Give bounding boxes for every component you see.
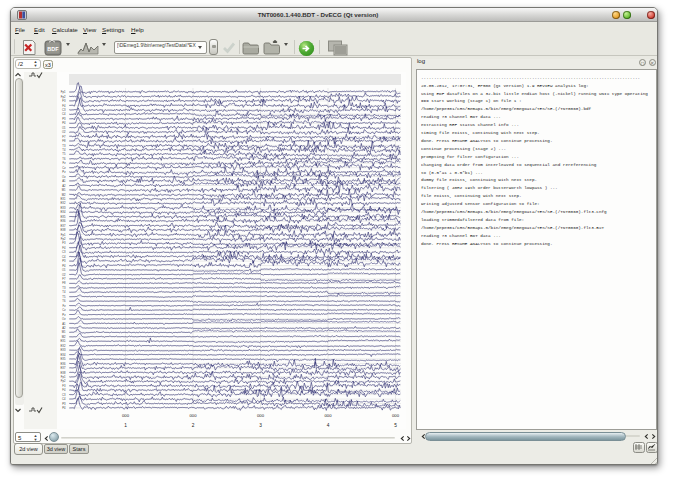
svg-text:EX6: EX6 xyxy=(60,219,66,223)
svg-text:A2: A2 xyxy=(62,326,66,330)
svg-text:T3: T3 xyxy=(62,144,66,148)
svg-text:000: 000 xyxy=(325,413,333,418)
svg-text:F3: F3 xyxy=(62,241,66,245)
svg-text:P4: P4 xyxy=(62,121,66,125)
svg-text:T6: T6 xyxy=(62,299,66,303)
svg-text:A1: A1 xyxy=(62,179,66,183)
svg-text:T5: T5 xyxy=(62,295,66,299)
svg-text:C4: C4 xyxy=(62,397,66,401)
svg-text:000: 000 xyxy=(190,413,198,418)
svg-text:EX7: EX7 xyxy=(60,224,66,228)
svg-text:P3: P3 xyxy=(62,117,66,121)
svg-text:T6: T6 xyxy=(62,157,66,161)
svg-text:2: 2 xyxy=(192,423,195,428)
svg-text:C3: C3 xyxy=(62,250,66,254)
svg-text:Fp1: Fp1 xyxy=(61,90,66,94)
svg-text:EX3: EX3 xyxy=(60,206,66,210)
svg-text:EX4: EX4 xyxy=(60,353,66,357)
svg-text:EX7: EX7 xyxy=(60,366,66,370)
svg-text:EX5: EX5 xyxy=(60,215,66,219)
svg-text:F4: F4 xyxy=(62,104,66,108)
svg-text:F3: F3 xyxy=(62,384,66,388)
svg-text:Fp2: Fp2 xyxy=(61,237,66,241)
svg-text:F3: F3 xyxy=(62,99,66,103)
svg-text:Fp2: Fp2 xyxy=(61,95,66,99)
svg-text:000: 000 xyxy=(392,413,400,418)
svg-text:Fp1: Fp1 xyxy=(61,375,66,379)
svg-text:F4: F4 xyxy=(62,246,66,250)
svg-text:5: 5 xyxy=(394,423,397,428)
svg-text:P3: P3 xyxy=(62,259,66,263)
svg-text:1: 1 xyxy=(124,423,127,428)
svg-text:4: 4 xyxy=(327,423,330,428)
svg-text:O1: O1 xyxy=(62,126,66,130)
svg-text:C3: C3 xyxy=(62,108,66,112)
svg-text:M1: M1 xyxy=(62,330,66,334)
svg-text:T5: T5 xyxy=(62,152,66,156)
svg-text:T4: T4 xyxy=(62,290,66,294)
svg-text:O1: O1 xyxy=(62,268,66,272)
svg-text:P4: P4 xyxy=(62,264,66,268)
svg-text:EX5: EX5 xyxy=(60,357,66,361)
svg-text:Fp2: Fp2 xyxy=(61,379,66,383)
svg-text:EX8: EX8 xyxy=(60,371,66,375)
svg-text:P4: P4 xyxy=(62,406,66,410)
svg-text:A1: A1 xyxy=(62,322,66,326)
svg-text:T4: T4 xyxy=(62,148,66,152)
svg-text:EX8: EX8 xyxy=(60,228,66,232)
svg-text:EX1: EX1 xyxy=(60,197,66,201)
svg-text:A2: A2 xyxy=(62,184,66,188)
svg-text:M1: M1 xyxy=(62,188,66,192)
svg-text:000: 000 xyxy=(122,413,130,418)
svg-text:F7: F7 xyxy=(62,277,66,281)
svg-text:C3: C3 xyxy=(62,393,66,397)
svg-text:P3: P3 xyxy=(62,402,66,406)
svg-text:M2: M2 xyxy=(62,335,66,339)
svg-text:F8: F8 xyxy=(62,281,66,285)
svg-text:C4: C4 xyxy=(62,255,66,259)
svg-text:EX1: EX1 xyxy=(60,339,66,343)
svg-text:F8: F8 xyxy=(62,139,66,143)
svg-text:BDF: BDF xyxy=(47,46,59,52)
svg-text:F7: F7 xyxy=(62,135,66,139)
svg-text:M2: M2 xyxy=(62,193,66,197)
svg-text:EX4: EX4 xyxy=(60,210,66,214)
svg-text:EX2: EX2 xyxy=(60,201,66,205)
svg-text:O2: O2 xyxy=(62,273,66,277)
svg-text:3: 3 xyxy=(259,423,262,428)
svg-text:EX3: EX3 xyxy=(60,348,66,352)
svg-text:C4: C4 xyxy=(62,112,66,116)
svg-text:Fp1: Fp1 xyxy=(61,233,66,237)
svg-text:T3: T3 xyxy=(62,286,66,290)
svg-text:O2: O2 xyxy=(62,130,66,134)
svg-text:EX6: EX6 xyxy=(60,362,66,366)
svg-text:EX2: EX2 xyxy=(60,344,66,348)
svg-text:F4: F4 xyxy=(62,388,66,392)
svg-text:000: 000 xyxy=(257,413,265,418)
